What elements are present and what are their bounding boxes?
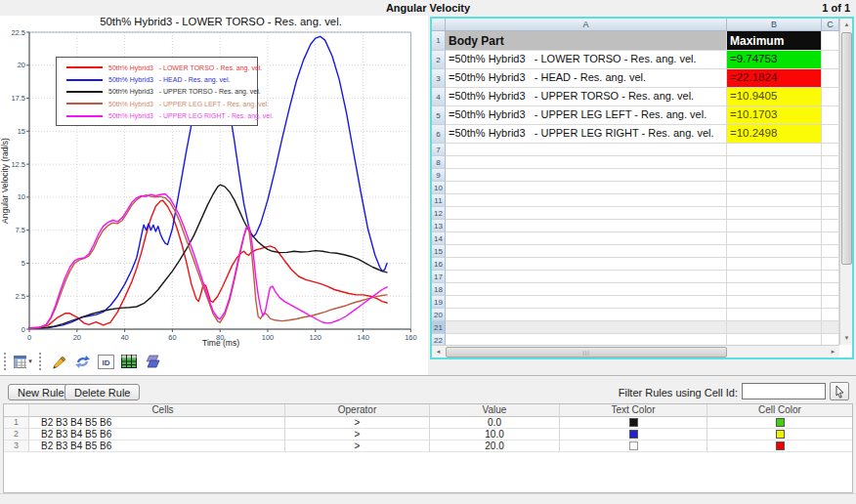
column-header-a[interactable]: A — [446, 19, 727, 31]
rule-value[interactable]: 20.0 — [430, 441, 560, 452]
layers-icon[interactable] — [143, 352, 162, 371]
cell-color-swatch[interactable] — [776, 441, 785, 450]
sheet-cell[interactable] — [446, 271, 727, 283]
sheet-cell[interactable] — [822, 258, 839, 271]
rule-operator[interactable]: > — [285, 429, 430, 441]
row-header[interactable]: 22 — [432, 334, 446, 345]
sheet-cell[interactable] — [446, 207, 727, 220]
sheet-cell[interactable] — [822, 182, 839, 194]
sheet-cell[interactable] — [822, 51, 839, 69]
row-header[interactable]: 3 — [432, 69, 446, 88]
rule-cells[interactable]: B2 B3 B4 B5 B6 — [29, 429, 285, 441]
rules-column-header[interactable]: Value — [430, 404, 560, 417]
sheet-cell[interactable] — [727, 334, 822, 345]
grid-icon[interactable] — [119, 352, 139, 371]
row-header[interactable]: 7 — [432, 144, 446, 156]
scroll-left-icon[interactable]: ◄ — [432, 346, 445, 358]
sheet-cell[interactable] — [822, 245, 839, 258]
sheet-cell[interactable]: =50th% Hybrid3 - UPPER LEG RIGHT - Res. … — [446, 125, 727, 144]
sheet-cell[interactable] — [446, 144, 727, 156]
rule-row[interactable]: 2B2 B3 B4 B5 B6>10.0 — [4, 429, 852, 441]
sheet-cell[interactable] — [727, 258, 822, 271]
sheet-cell[interactable] — [727, 283, 822, 296]
row-header[interactable]: 15 — [432, 245, 446, 258]
rule-value[interactable]: 10.0 — [430, 429, 560, 441]
sheet-cell[interactable] — [822, 169, 839, 182]
text-color-swatch[interactable] — [629, 441, 638, 450]
sheet-cell[interactable] — [727, 309, 822, 321]
sheet-cell[interactable] — [446, 182, 727, 194]
sheet-cell[interactable] — [822, 309, 839, 321]
maximum-value-cell[interactable]: =22.1824 — [727, 69, 822, 88]
sheet-cell[interactable] — [446, 258, 727, 271]
row-header[interactable]: 8 — [432, 156, 446, 169]
rules-column-header[interactable]: Operator — [285, 404, 430, 417]
sheet-cell[interactable] — [822, 106, 839, 125]
sheet-cell[interactable] — [446, 156, 727, 169]
row-header[interactable]: 12 — [432, 207, 446, 220]
text-color-swatch[interactable] — [629, 430, 638, 439]
rule-operator[interactable]: > — [285, 441, 430, 452]
filter-cell-id-input[interactable] — [742, 383, 826, 399]
row-header[interactable]: 4 — [432, 88, 446, 106]
sheet-cell[interactable] — [822, 88, 839, 106]
table-menu-icon[interactable]: ▼ — [14, 352, 33, 371]
maximum-value-cell[interactable]: =9.74753 — [727, 51, 822, 69]
sheet-cell[interactable]: Body Part — [446, 31, 727, 51]
sheet-cell[interactable] — [446, 232, 727, 245]
rule-row[interactable]: 1B2 B3 B4 B5 B6>0.0 — [4, 417, 852, 429]
sheet-cell[interactable] — [822, 156, 839, 169]
sheet-cell[interactable] — [822, 194, 839, 207]
sheet-cell[interactable] — [822, 296, 839, 309]
sheet-cell[interactable] — [822, 220, 839, 232]
pencil-icon[interactable] — [49, 352, 68, 371]
maximum-value-cell[interactable]: =10.9405 — [727, 88, 822, 106]
row-header[interactable]: 20 — [432, 309, 446, 321]
id-icon[interactable]: ID — [96, 352, 115, 371]
row-header[interactable]: 21 — [432, 321, 446, 334]
delete-rule-button[interactable]: Delete Rule — [64, 384, 140, 400]
sheet-cell[interactable] — [727, 321, 822, 334]
sheet-cell[interactable] — [822, 232, 839, 245]
sheet-cell[interactable] — [822, 271, 839, 283]
maximum-value-cell[interactable]: =10.2498 — [727, 125, 822, 144]
rule-row[interactable]: 3B2 B3 B4 B5 B6>20.0 — [4, 441, 852, 452]
rule-operator[interactable]: > — [285, 417, 430, 429]
sheet-cell[interactable]: Maximum — [727, 31, 822, 51]
sheet-cell[interactable] — [446, 245, 727, 258]
sheet-cell[interactable] — [727, 296, 822, 309]
sheet-cell[interactable] — [446, 296, 727, 309]
sheet-cell[interactable] — [727, 207, 822, 220]
row-header[interactable]: 5 — [432, 106, 446, 125]
sheet-cell[interactable] — [822, 283, 839, 296]
row-header[interactable]: 11 — [432, 194, 446, 207]
scroll-down-icon[interactable]: ▼ — [840, 332, 853, 345]
sheet-cell[interactable] — [446, 220, 727, 232]
row-header[interactable]: 19 — [432, 296, 446, 309]
vertical-scrollbar[interactable]: ▲ ▼ — [839, 19, 852, 345]
sheet-cell[interactable] — [822, 125, 839, 144]
sheet-cell[interactable] — [727, 144, 822, 156]
row-header[interactable]: 2 — [432, 51, 446, 69]
refresh-icon[interactable] — [72, 352, 92, 371]
sheet-cell[interactable] — [446, 321, 727, 334]
sheet-cell[interactable] — [822, 69, 839, 88]
sheet-cell[interactable]: =50th% Hybrid3 - UPPER LEG LEFT - Res. a… — [446, 106, 727, 125]
scroll-right-icon[interactable]: ► — [827, 346, 839, 358]
sheet-cell[interactable] — [727, 271, 822, 283]
row-header[interactable]: 16 — [432, 258, 446, 271]
sheet-cell[interactable] — [727, 182, 822, 194]
cell-color-swatch[interactable] — [776, 430, 785, 439]
text-color-swatch[interactable] — [629, 418, 638, 427]
row-header[interactable]: 1 — [432, 31, 446, 51]
sheet-cell[interactable] — [727, 156, 822, 169]
maximum-value-cell[interactable]: =10.1703 — [727, 106, 822, 125]
row-header[interactable]: 18 — [432, 283, 446, 296]
sheet-cell[interactable]: =50th% Hybrid3 - UPPER TORSO - Res. ang.… — [446, 88, 727, 106]
sheet-cell[interactable] — [822, 334, 839, 345]
sheet-cell[interactable] — [446, 309, 727, 321]
toolbar-grip-icon[interactable] — [4, 353, 8, 370]
row-header[interactable]: 17 — [432, 271, 446, 283]
sheet-cell[interactable] — [727, 232, 822, 245]
scroll-up-icon[interactable]: ▲ — [840, 19, 853, 31]
